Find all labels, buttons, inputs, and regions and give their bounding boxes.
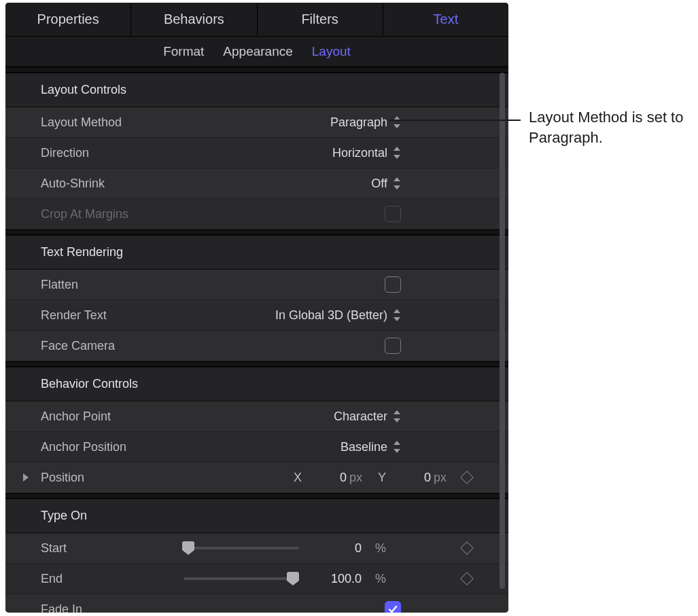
row-start: Start 0 % [5,533,508,564]
popup-anchor-point[interactable]: Character [334,410,401,424]
label-direction: Direction [41,146,184,160]
label-y: Y [370,471,394,485]
updown-icon [393,177,401,189]
row-render-text: Render Text In Global 3D (Better) [5,300,508,331]
slider-start[interactable] [184,547,299,549]
popup-render-text[interactable]: In Global 3D (Better) [275,308,401,323]
checkbox-flatten[interactable] [385,276,401,293]
label-render-text: Render Text [41,308,184,323]
row-anchor-point: Anchor Point Character [5,401,508,432]
row-layout-method: Layout Method Paragraph [5,107,508,138]
group-type-on: Type On [5,499,508,533]
subtab-format[interactable]: Format [163,44,204,59]
value-x[interactable]: 0 [310,471,347,485]
tab-behaviors[interactable]: Behaviors [131,3,257,36]
row-auto-shrink: Auto-Shrink Off [5,168,508,199]
value-anchor-point: Character [334,410,387,424]
row-anchor-position: Anchor Position Baseline [5,432,508,463]
row-direction: Direction Horizontal [5,138,508,168]
subtab-appearance[interactable]: Appearance [223,44,292,59]
label-flatten: Flatten [41,278,184,292]
tab-properties[interactable]: Properties [5,3,131,36]
popup-layout-method[interactable]: Paragraph [330,115,401,130]
value-render-text: In Global 3D (Better) [275,308,387,323]
unit-x: px [347,471,370,485]
check-icon [387,604,398,613]
disclosure-position[interactable] [23,473,29,482]
label-fade-in: Fade In [41,602,184,613]
group-text-rendering: Text Rendering [5,235,508,270]
value-anchor-position: Baseline [341,440,387,454]
updown-icon [393,410,401,422]
value-end[interactable]: 100.0 [313,572,362,586]
tab-filters[interactable]: Filters [258,3,383,36]
updown-icon [393,441,401,453]
slider-thumb-end[interactable] [287,572,299,585]
tab-text[interactable]: Text [383,3,508,36]
callout-text: Layout Method is set to Paragraph. [529,107,685,147]
group-layout-controls: Layout Controls [5,73,508,107]
updown-icon [393,309,401,321]
row-end: End 100.0 % [5,564,508,594]
callout-line [389,120,521,121]
updown-icon [393,116,401,128]
row-fade-in: Fade In [5,594,508,613]
inspector-scroll-area[interactable]: Layout Controls Layout Method Paragraph … [5,67,508,613]
unit-end: % [375,572,391,586]
label-crop-at-margins: Crop At Margins [41,207,184,221]
updown-icon [393,147,401,159]
label-start: Start [41,541,184,556]
popup-anchor-position[interactable]: Baseline [341,440,401,454]
value-direction: Horizontal [332,146,387,160]
label-layout-method: Layout Method [41,115,184,130]
sub-tab-bar: Format Appearance Layout [5,37,508,67]
value-auto-shrink: Off [371,177,387,191]
label-anchor-position: Anchor Position [41,440,184,454]
row-crop-at-margins: Crop At Margins [5,199,508,230]
label-auto-shrink: Auto-Shrink [41,177,184,191]
subtab-layout[interactable]: Layout [312,44,351,59]
main-tab-bar: Properties Behaviors Filters Text [5,3,508,37]
value-layout-method: Paragraph [330,115,387,130]
checkbox-crop-at-margins [385,206,401,222]
slider-end[interactable] [184,577,299,580]
inspector-panel: Properties Behaviors Filters Text Format… [5,3,508,613]
label-x: X [285,471,310,485]
popup-direction[interactable]: Horizontal [332,146,401,160]
group-behavior-controls: Behavior Controls [5,367,508,401]
value-y[interactable]: 0 [394,471,431,485]
unit-y: px [431,471,454,485]
checkbox-face-camera[interactable] [385,338,401,354]
label-end: End [41,572,184,586]
row-position: Position X 0 px Y 0 px [5,463,508,493]
scrollbar[interactable] [500,73,505,589]
row-flatten: Flatten [5,270,508,300]
slider-thumb-start[interactable] [182,541,194,555]
label-anchor-point: Anchor Point [41,410,184,424]
value-start[interactable]: 0 [313,541,362,556]
row-face-camera: Face Camera [5,331,508,361]
popup-auto-shrink[interactable]: Off [371,177,401,191]
label-face-camera: Face Camera [41,339,184,353]
unit-start: % [375,541,391,556]
label-position: Position [41,471,184,485]
checkbox-fade-in[interactable] [385,601,401,613]
